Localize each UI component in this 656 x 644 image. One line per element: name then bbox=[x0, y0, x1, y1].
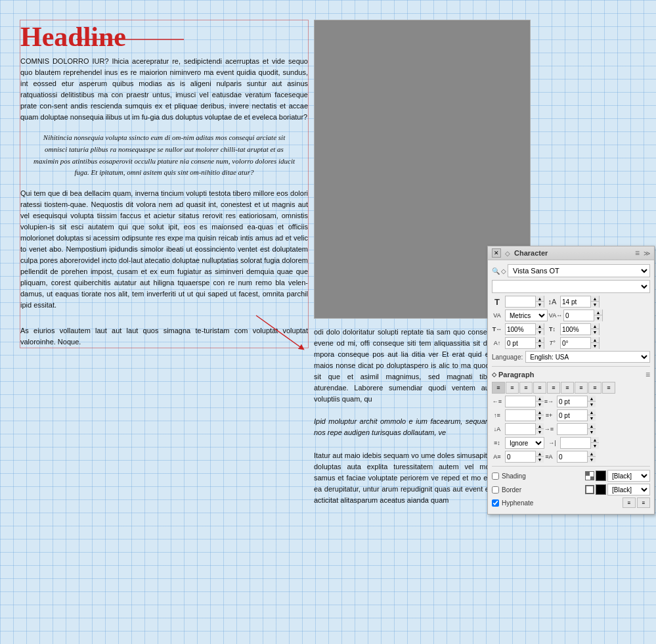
leading-input[interactable] bbox=[561, 298, 590, 306]
indent-left-spinner[interactable]: ▲ ▼ bbox=[505, 396, 541, 407]
align-right-button[interactable]: ≡ bbox=[519, 382, 533, 394]
shading-checkbox[interactable] bbox=[492, 472, 499, 480]
scale-h-down[interactable]: ▼ bbox=[536, 329, 544, 335]
tracking-spinner[interactable]: ▲ ▼ bbox=[563, 310, 603, 321]
hyphenate-checkbox[interactable] bbox=[492, 499, 499, 507]
shading-label: Shading bbox=[502, 472, 526, 480]
shading-color-swatch bbox=[596, 471, 606, 481]
hanging-down[interactable]: ▼ bbox=[588, 429, 596, 435]
panel-menu-icon[interactable]: ≡ bbox=[635, 248, 640, 258]
border-checkbox[interactable] bbox=[492, 486, 499, 494]
space-after-up[interactable]: ▲ bbox=[588, 409, 596, 415]
indent-extra-up[interactable]: ▲ bbox=[591, 437, 599, 443]
skew-input[interactable] bbox=[561, 339, 590, 348]
dropcap-up[interactable]: ▲ bbox=[536, 423, 544, 429]
num1-down[interactable]: ▼ bbox=[536, 457, 544, 463]
space-before-spinner[interactable]: ▲ ▼ bbox=[505, 409, 541, 421]
font-name-select[interactable]: Vista Sans OT bbox=[508, 264, 650, 277]
ignore-select[interactable]: Ignore bbox=[505, 437, 544, 449]
space-before-down[interactable]: ▼ bbox=[536, 415, 544, 421]
scale-h-spinner[interactable]: ▲ ▼ bbox=[505, 323, 544, 335]
align-force-center-button[interactable]: ≡ bbox=[588, 382, 601, 394]
space-after-input[interactable] bbox=[558, 411, 587, 420]
space-after-icon: ≡+ bbox=[544, 410, 554, 421]
language-select[interactable]: English: USA bbox=[525, 351, 650, 363]
font-size-input[interactable] bbox=[506, 298, 535, 306]
dropcap-down[interactable]: ▼ bbox=[536, 429, 544, 435]
hanging-spinner[interactable]: ▲ ▼ bbox=[557, 423, 593, 435]
hanging-up[interactable]: ▲ bbox=[588, 423, 596, 429]
font-size-up[interactable]: ▲ bbox=[536, 296, 544, 302]
baseline-up[interactable]: ▲ bbox=[536, 337, 544, 343]
font-search-row: 🔍 ◇ Vista Sans OT bbox=[492, 264, 650, 277]
hanging-icon: →≡ bbox=[544, 424, 554, 434]
tracking-up[interactable]: ▲ bbox=[594, 310, 602, 315]
num2-down[interactable]: ▼ bbox=[588, 457, 596, 463]
leading-down[interactable]: ▼ bbox=[591, 302, 599, 308]
space-after-down[interactable]: ▼ bbox=[588, 415, 596, 421]
indent-left-input[interactable] bbox=[506, 398, 535, 406]
panel-titlebar-right: ≡ ≫ bbox=[635, 248, 650, 258]
num2-up[interactable]: ▲ bbox=[588, 451, 596, 457]
paragraph-menu-icon[interactable]: ≡ bbox=[645, 370, 650, 379]
skew-up[interactable]: ▲ bbox=[591, 337, 599, 343]
font-style-select[interactable] bbox=[492, 280, 650, 293]
leading-up[interactable]: ▲ bbox=[591, 296, 599, 302]
baseline-spinner[interactable]: ▲ ▼ bbox=[505, 337, 544, 349]
indent-left-up[interactable]: ▲ bbox=[536, 396, 544, 402]
skew-down[interactable]: ▼ bbox=[591, 343, 599, 349]
indent-extra-spin-btns: ▲ ▼ bbox=[590, 437, 599, 449]
align-force-right-button[interactable]: ≡ bbox=[575, 382, 588, 394]
border-color-select[interactable]: [Black] bbox=[607, 484, 650, 495]
scale-h-input[interactable] bbox=[506, 325, 535, 334]
scale-v-input[interactable] bbox=[561, 325, 590, 334]
paragraph-diamond-icon: ◇ bbox=[492, 371, 496, 378]
hanging-input[interactable] bbox=[558, 425, 587, 434]
panel-collapse-icon[interactable]: ≫ bbox=[644, 250, 650, 257]
panel-titlebar-left: ✕ ◇ Character bbox=[492, 248, 548, 258]
indent-extra-spinner[interactable]: ▲ ▼ bbox=[560, 437, 596, 449]
leading-spinner[interactable]: ▲ ▼ bbox=[560, 296, 600, 308]
tracking-down[interactable]: ▼ bbox=[594, 315, 602, 321]
font-size-spinner[interactable]: ▲ ▼ bbox=[505, 296, 544, 308]
hyphenate-options-button[interactable]: ≡ bbox=[637, 497, 650, 508]
indent-right-spinner[interactable]: ▲ ▼ bbox=[557, 396, 593, 407]
num1-spinner[interactable]: ▲ ▼ bbox=[505, 451, 541, 463]
space-before-input[interactable] bbox=[506, 411, 535, 420]
dropcap-input[interactable] bbox=[506, 425, 535, 434]
num2-input[interactable] bbox=[558, 453, 587, 461]
align-center-button[interactable]: ≡ bbox=[506, 382, 519, 394]
dropcap-row: ↓A ▲ ▼ →≡ ▲ ▼ bbox=[492, 423, 650, 435]
indent-right-down[interactable]: ▼ bbox=[588, 402, 596, 407]
kerning-mode-select[interactable]: Metrics Optical Manual bbox=[505, 310, 548, 321]
indent-right-up[interactable]: ▲ bbox=[588, 396, 596, 402]
baseline-input[interactable] bbox=[506, 339, 535, 348]
indent-extra-input[interactable] bbox=[561, 439, 590, 448]
num1-up[interactable]: ▲ bbox=[536, 451, 544, 457]
scale-v-up[interactable]: ▲ bbox=[591, 323, 599, 329]
baseline-spin-buttons: ▲ ▼ bbox=[535, 337, 544, 349]
shading-color-select[interactable]: [Black] bbox=[607, 470, 650, 482]
skew-spinner[interactable]: ▲ ▼ bbox=[560, 337, 600, 349]
font-size-down[interactable]: ▼ bbox=[536, 302, 544, 308]
align-left-button[interactable]: ≡ bbox=[492, 382, 505, 394]
space-before-up[interactable]: ▲ bbox=[536, 409, 544, 415]
hyphenate-settings-button[interactable]: ≡ bbox=[623, 497, 636, 508]
scale-v-spinner[interactable]: ▲ ▼ bbox=[560, 323, 600, 335]
space-after-spinner[interactable]: ▲ ▼ bbox=[557, 409, 593, 421]
align-force-left-button[interactable]: ≡ bbox=[561, 382, 574, 394]
panel-close-button[interactable]: ✕ bbox=[492, 248, 501, 258]
baseline-down[interactable]: ▼ bbox=[536, 343, 544, 349]
dropcap-spinner[interactable]: ▲ ▼ bbox=[505, 423, 541, 435]
indent-left-down[interactable]: ▼ bbox=[536, 402, 544, 407]
num2-spinner[interactable]: ▲ ▼ bbox=[557, 451, 593, 463]
scale-v-down[interactable]: ▼ bbox=[591, 329, 599, 335]
scale-h-up[interactable]: ▲ bbox=[536, 323, 544, 329]
align-force-justify-button[interactable]: ≡ bbox=[602, 382, 615, 394]
align-justify-button[interactable]: ≡ bbox=[533, 382, 546, 394]
tracking-input[interactable] bbox=[564, 311, 594, 320]
indent-extra-down[interactable]: ▼ bbox=[591, 443, 599, 449]
num1-input[interactable] bbox=[506, 453, 535, 461]
align-justify-all-button[interactable]: ≡ bbox=[547, 382, 560, 394]
indent-right-input[interactable] bbox=[558, 398, 587, 406]
